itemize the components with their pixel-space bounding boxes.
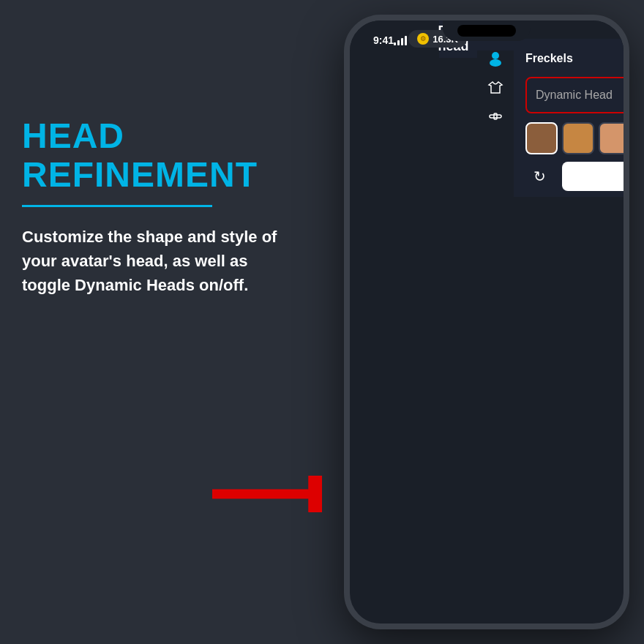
red-arrow-icon [212, 476, 322, 512]
phone-notch [443, 20, 531, 41]
description-text: Customize the shape and style of your av… [22, 225, 285, 297]
shirt-icon [487, 80, 503, 96]
svg-rect-4 [490, 115, 501, 118]
side-icon-accessories[interactable] [484, 109, 507, 125]
freckels-row: Freckels [525, 49, 629, 68]
svg-rect-5 [494, 113, 497, 119]
svg-point-3 [490, 59, 501, 67]
coin-icon: ⚙ [417, 33, 429, 45]
heading-line2: REFINEMENT [22, 155, 258, 194]
status-time: 9:41 [367, 31, 394, 46]
signal-bar-3 [401, 38, 403, 45]
signal-icon [394, 36, 407, 45]
signal-bar-4 [405, 36, 407, 45]
save-button[interactable]: Save [562, 162, 629, 191]
side-icon-avatar[interactable] [484, 50, 507, 67]
swatch-1[interactable] [525, 122, 558, 154]
heading: HEAD REFINEMENT [22, 117, 285, 195]
dynamic-head-label: Dynamic Head [536, 89, 613, 102]
freckels-label: Freckels [525, 52, 573, 65]
notch-camera [457, 25, 516, 37]
dynamic-head-row: Dynamic Head [525, 77, 629, 113]
save-row: ↻ Save [525, 162, 629, 191]
signal-bar-2 [397, 40, 400, 45]
side-icon-shirt[interactable] [484, 80, 507, 96]
refresh-button[interactable]: ↻ [525, 162, 555, 191]
signal-bar-1 [394, 42, 396, 45]
svg-point-2 [492, 52, 499, 59]
accessories-icon [487, 109, 503, 125]
skin-swatches-row [525, 122, 629, 154]
phone-status-bar: 9:41 ▲ ← Refine head ⚙ 16.3K [350, 20, 624, 57]
left-panel: HEAD REFINEMENT Customize the shape and … [22, 117, 285, 297]
arrow-overlay [212, 476, 322, 515]
bottom-panel: Freckels Dynamic Head [514, 39, 629, 197]
swatch-3[interactable] [599, 122, 629, 154]
swatch-2[interactable] [562, 122, 594, 154]
heading-divider [22, 205, 212, 207]
phone-mockup: 9:41 ▲ ← Refine head ⚙ 16.3K [344, 15, 629, 629]
avatar-icon [487, 50, 503, 67]
heading-line1: HEAD [22, 116, 124, 155]
